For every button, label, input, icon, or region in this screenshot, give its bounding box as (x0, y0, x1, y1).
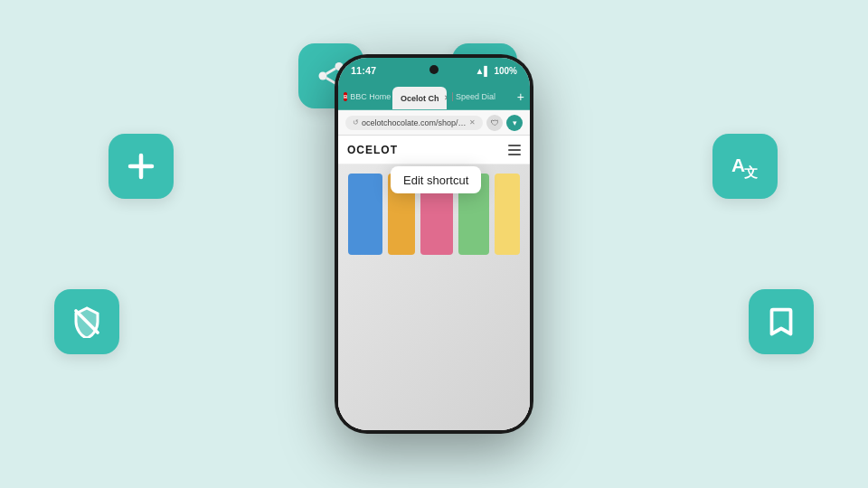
tab-add-icon: + (517, 89, 524, 104)
refresh-icon: ✕ (469, 118, 476, 127)
browser-content: OCELOT Edit shortcut (338, 136, 530, 430)
svg-line-4 (326, 69, 335, 74)
bookmark-icon-button[interactable] (749, 289, 814, 354)
status-right: ▲▌ 100% (475, 66, 517, 76)
address-secure-icon: ↺ (353, 118, 359, 127)
signal-icon: ▲▌ (475, 66, 490, 76)
edit-shortcut-label: Edit shortcut (403, 174, 468, 187)
tab-bbc-label: BBC Home (350, 92, 391, 101)
shield-icon-button[interactable] (54, 289, 119, 354)
bookmark-icon (765, 305, 797, 338)
phone-mockup: 11:47 ▲▌ 100% B BBC Home Ocelot Ch ✕ (335, 54, 533, 434)
hamburger-menu[interactable] (508, 145, 521, 155)
page-block-5 (495, 174, 520, 255)
site-name: OCELOT (347, 144, 398, 156)
hamburger-line-3 (508, 154, 521, 155)
add-icon-button[interactable] (108, 134, 174, 199)
add-icon (125, 150, 157, 183)
shield-addr-btn[interactable]: 🛡 (486, 115, 503, 131)
phone-screen: 11:47 ▲▌ 100% B BBC Home Ocelot Ch ✕ (338, 58, 530, 430)
speed-favicon (452, 92, 453, 101)
shield-off-icon (71, 305, 103, 338)
page-block-1 (348, 174, 382, 255)
tab-speed-label: Speed Dial (456, 92, 495, 101)
page-content-area (338, 164, 530, 430)
pocket-btn[interactable]: ▾ (506, 115, 523, 131)
address-bar: ↺ ocelotchocolate.com/shop/lemc ✕ 🛡 ▾ (338, 110, 530, 136)
status-time: 11:47 (351, 65, 376, 76)
battery-level: 100% (494, 66, 517, 76)
translate-icon: A 文 (729, 150, 761, 183)
hamburger-line-1 (508, 145, 521, 146)
browser-toolbar: OCELOT (338, 136, 530, 164)
url-text: ocelotchocolate.com/shop/lemc (362, 118, 467, 127)
tab-bbc[interactable]: B BBC Home (338, 83, 392, 109)
tab-speed[interactable]: Speed Dial (447, 83, 501, 109)
translate-icon-button[interactable]: A 文 (712, 134, 778, 199)
camera-notch (429, 65, 439, 74)
url-input[interactable]: ↺ ocelotchocolate.com/shop/lemc ✕ (345, 116, 483, 130)
tab-add-button[interactable]: + (512, 83, 530, 109)
tab-bar: B BBC Home Ocelot Ch ✕ Speed Dial + (338, 83, 530, 110)
main-scene: A 文 11:47 ▲▌ 100% (0, 0, 868, 488)
tab-ocelot[interactable]: Ocelot Ch ✕ (392, 87, 447, 109)
bbc-favicon: B (344, 92, 347, 101)
tab-close-icon[interactable]: ✕ (444, 94, 447, 102)
hamburger-line-2 (508, 149, 521, 151)
edit-shortcut-dropdown[interactable]: Edit shortcut (391, 166, 481, 193)
svg-point-1 (319, 72, 327, 80)
tab-ocelot-label: Ocelot Ch (401, 94, 439, 103)
svg-text:文: 文 (744, 164, 758, 180)
